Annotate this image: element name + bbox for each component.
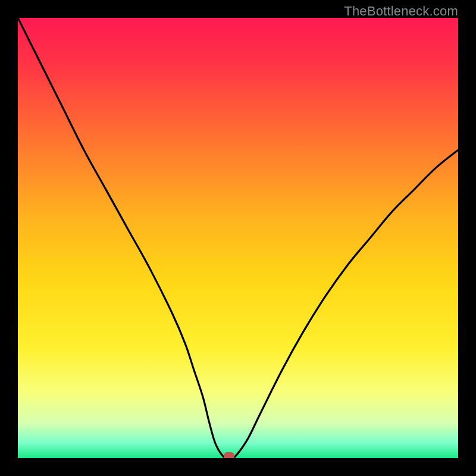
bottleneck-curve [18, 18, 458, 458]
curve-layer [18, 18, 458, 458]
minimum-marker-icon [224, 452, 234, 458]
watermark-text: TheBottleneck.com [344, 4, 458, 19]
chart-frame: TheBottleneck.com [0, 0, 476, 476]
plot-area [18, 18, 458, 458]
